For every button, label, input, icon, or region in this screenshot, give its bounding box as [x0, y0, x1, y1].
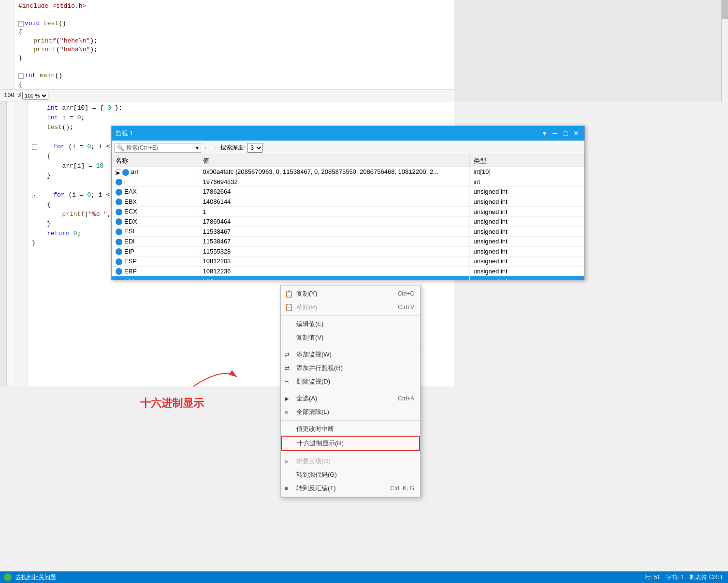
menu-item-select-all[interactable]: ▶ 全选(A) Ctrl+A: [281, 392, 420, 405]
status-left: 去找到相关问题: [4, 573, 56, 582]
menu-item-copy-value[interactable]: 复制值(V): [281, 331, 420, 344]
table-row[interactable]: ESI11538467unsigned int: [112, 227, 584, 237]
menu-label-select-all: 全选(A): [296, 394, 317, 403]
menu-item-break-on-change[interactable]: 值更改时中断: [281, 422, 420, 436]
watch-row-type: unsigned int: [469, 227, 584, 237]
watch-toolbar: 🔍 ▾ ← → 搜索深度: 3 1 2 4 5: [112, 141, 584, 155]
annotation-arrow: [184, 362, 242, 391]
code-line: printf("haha\n");: [18, 45, 451, 54]
expand-icon[interactable]: ▶: [116, 170, 121, 175]
code-line: [18, 63, 451, 71]
table-row[interactable]: ECX1unsigned int: [112, 207, 584, 217]
watch-table[interactable]: 名称 值 类型 ▶arr0x00a4fafc {2085670963, 0, 1…: [112, 155, 584, 280]
menu-label-collapse-parent: 折叠父级(O): [296, 457, 331, 466]
watch-row-name: EAX: [112, 187, 199, 197]
row-icon: [122, 169, 129, 176]
search-box[interactable]: 🔍 ▾: [115, 143, 201, 153]
table-row[interactable]: EDI11538467unsigned int: [112, 236, 584, 246]
zoom-select[interactable]: 100 % 75 % 125 %: [22, 92, 48, 100]
menu-item-add-parallel-watch[interactable]: ⇄ 添加并行监视(R): [281, 361, 420, 375]
table-row[interactable]: i1976694832int: [112, 177, 584, 187]
watch-row-type: unsigned int: [469, 266, 584, 276]
watch-row-value: 1: [199, 207, 469, 217]
close-button[interactable]: ✕: [572, 129, 581, 138]
menu-item-paste: 📋 粘贴(P) Ctrl+V: [281, 300, 420, 314]
watch-row-type: int: [469, 177, 584, 187]
menu-item-hex-display[interactable]: 十六进制显示(H): [281, 436, 420, 451]
watch-row-name: ESI: [112, 227, 199, 237]
titlebar-controls[interactable]: ▾ ─ □ ✕: [540, 129, 581, 138]
menu-item-clear-all[interactable]: ≡ 全部清除(L): [281, 405, 420, 419]
table-row[interactable]: ESP10812208unsigned int: [112, 256, 584, 267]
row-icon: [116, 248, 122, 255]
goto-source-icon: ≡: [285, 472, 288, 478]
watch-row-value: 17862664: [199, 187, 469, 197]
table-row[interactable]: EFL514unsigned int: [112, 276, 584, 280]
code-editor-top: #include <stdio.h> -void test() { printf…: [0, 0, 454, 101]
row-icon: [116, 268, 122, 275]
status-col: 字符: 1: [666, 573, 684, 582]
nav-back-button[interactable]: ←: [204, 145, 209, 151]
menu-label-edit-value: 编辑值(E): [296, 320, 323, 328]
goto-disasm-icon: ≡: [285, 485, 288, 491]
copy-shortcut: Ctrl+C: [398, 290, 414, 297]
watch-row-type: unsigned int: [469, 197, 584, 207]
watch-row-type: unsigned int: [469, 246, 584, 256]
watch-row-name: ESP: [112, 256, 199, 267]
menu-section-6: ▶ 折叠父级(O) ≡ 转到源代码(G) ≡ 转到反汇编(T) Ctrl+K, …: [281, 453, 420, 497]
row-icon: [116, 189, 122, 196]
menu-item-goto-disassembly[interactable]: ≡ 转到反汇编(T) Ctrl+K, G: [281, 482, 420, 495]
search-dropdown-icon[interactable]: ▾: [196, 144, 199, 151]
right-panel-top: [454, 0, 728, 101]
code-line: -int main(): [18, 71, 451, 80]
menu-label-copy-value: 复制值(V): [296, 333, 323, 342]
nav-forward-button[interactable]: →: [212, 145, 218, 151]
menu-item-edit-value[interactable]: 编辑值(E): [281, 317, 420, 331]
table-row[interactable]: EDX17869464unsigned int: [112, 216, 584, 227]
table-row[interactable]: EIP11555328unsigned int: [112, 246, 584, 256]
maximize-button[interactable]: □: [561, 129, 570, 138]
pin-button[interactable]: ▾: [540, 129, 549, 138]
watch-row-name: i: [112, 177, 199, 187]
table-row[interactable]: EBX14086144unsigned int: [112, 197, 584, 207]
menu-label-add-watch: 添加监视(W): [296, 350, 332, 359]
search-input[interactable]: [126, 144, 194, 151]
menu-label-copy: 复制(Y): [296, 289, 317, 298]
line-numbers-bottom: [15, 101, 28, 386]
table-row[interactable]: EBP10812236unsigned int: [112, 266, 584, 276]
titlebar-title-area: 监视 1: [116, 129, 133, 138]
code-line: {: [18, 80, 451, 89]
table-row[interactable]: ▶arr0x00a4fafc {2085670963, 0, 11538467,…: [112, 167, 584, 177]
menu-item-add-watch[interactable]: ⇄ 添加监视(W): [281, 348, 420, 361]
menu-label-add-parallel-watch: 添加并行监视(R): [296, 364, 343, 372]
watch-titlebar: 监视 1 ▾ ─ □ ✕: [112, 126, 584, 141]
table-row[interactable]: EAX17862664unsigned int: [112, 187, 584, 197]
depth-label: 搜索深度:: [220, 143, 245, 152]
menu-item-delete-watch[interactable]: ✂ 删除监视(D): [281, 375, 420, 388]
menu-item-copy[interactable]: 📋 复制(Y) Ctrl+C: [281, 287, 420, 300]
watch-row-value: 11538467: [199, 227, 469, 237]
add-parallel-icon: ⇄: [285, 365, 290, 371]
left-margin: [0, 101, 7, 386]
code-line: -void test(): [18, 19, 451, 28]
code-content-top[interactable]: #include <stdio.h> -void test() { printf…: [15, 0, 454, 89]
watch-row-name: EFL: [112, 276, 199, 280]
minimize-button[interactable]: ─: [551, 129, 559, 138]
watch-row-type: int[10]: [469, 167, 584, 177]
depth-dropdown[interactable]: 3 1 2 4 5: [247, 143, 263, 153]
menu-label-delete-watch: 删除监视(D): [296, 377, 330, 386]
status-link[interactable]: 去找到相关问题: [15, 573, 56, 582]
menu-label-goto-source: 转到源代码(G): [296, 470, 337, 479]
menu-section-2: 编辑值(E) 复制值(V): [281, 316, 420, 346]
watch-row-name: EDI: [112, 236, 199, 246]
scrollbar-right[interactable]: [721, 0, 728, 101]
menu-item-goto-source[interactable]: ≡ 转到源代码(G): [281, 468, 420, 482]
paste-shortcut: Ctrl+V: [398, 304, 414, 311]
col-header-name: 名称: [112, 155, 199, 167]
watch-row-type: unsigned int: [469, 256, 584, 267]
add-watch-icon: ⇄: [285, 351, 290, 358]
watch-row-type: unsigned int: [469, 216, 584, 227]
scrollbar-thumb[interactable]: [722, 0, 728, 19]
paste-icon: 📋: [285, 303, 293, 311]
line-numbers-top: [0, 0, 15, 89]
